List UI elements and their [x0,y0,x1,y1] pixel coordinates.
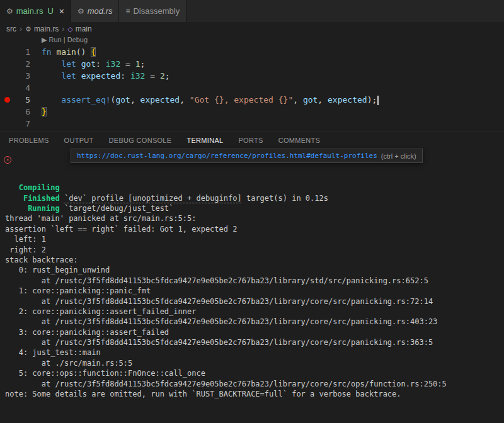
code-token: = [145,71,159,81]
code-line[interactable]: 1fn main() { [0,46,504,58]
code-token: let [61,71,81,81]
terminal-content[interactable]: ✕ Compiling Finished `dev` profile [unop… [0,149,504,409]
code-token: got [115,95,130,104]
terminal-text: Finished [23,194,60,203]
codelens-debug-link[interactable]: Debug [67,36,88,43]
code-token: = [120,59,135,69]
code-token: , [130,95,140,104]
code-lines: 1fn main() {2 let got: i32 = 1;3 let exp… [0,46,504,130]
tab-disassembly[interactable]: ≡Disassembly [119,0,186,22]
chevron-right-icon: › [62,25,64,33]
breakpoint-margin[interactable] [0,46,14,58]
code-token: assert_eq! [61,95,110,104]
code-token: got [81,59,96,69]
terminal-line: assertion `left == right` failed: Got 1,… [5,224,504,234]
bottom-panel: PROBLEMSOUTPUTDEBUG CONSOLETERMINALPORTS… [0,132,504,409]
terminal-line: 3: core::panicking::assert_failed [5,327,504,337]
git-status-badge: U [47,6,53,16]
terminal-line: at ./src/main.rs:5:5 [5,358,504,368]
code-token: let [61,59,81,69]
vscode-window: { "colors": { "untracked_green": "#73c99… [0,0,504,423]
panel-tab-debug-console[interactable]: DEBUG CONSOLE [109,132,172,149]
terminal-line: at /rustc/3f5fd8dd41153bc5fdca9427e9e05b… [5,276,504,286]
tab-main-rs[interactable]: ⚙main.rsU× [0,0,71,22]
panel-tab-terminal[interactable]: TERMINAL [186,132,223,149]
code-token: , [293,95,303,104]
code-token: : [120,71,130,81]
breakpoint-margin[interactable] [0,94,14,106]
code-token: expected [140,95,180,104]
code-token: i32 [130,71,145,81]
code-line[interactable]: 6} [0,106,504,118]
code-line[interactable]: 2 let got: i32 = 1; [0,58,504,70]
close-icon[interactable]: × [59,7,64,16]
terminal-line: at /rustc/3f5fd8dd41153bc5fdca9427e9e05b… [5,296,504,307]
terminal-text: 4: just_test::main [5,348,101,357]
panel-tab-problems[interactable]: PROBLEMS [9,132,49,149]
code-editor[interactable]: ▶ Run | Debug 1fn main() {2 let got: i32… [0,36,504,130]
terminal-text: 5: core::ops::function::FnOnce::call_onc… [5,369,205,378]
code-token [42,95,61,104]
tab-mod-rs[interactable]: ⚙mod.rs [71,0,120,22]
code-line[interactable]: 7 [0,118,504,130]
terminal-text: at ./src/main.rs:5:5 [5,359,132,368]
code-line[interactable]: 4 [0,82,504,94]
panel-tab-comments[interactable]: COMMENTS [278,132,321,149]
code-text: let got: i32 = 1; [30,58,145,70]
terminal-text [5,194,23,203]
terminal-text: at /rustc/3f5fd8dd41153bc5fdca9427e9e05b… [5,276,428,285]
code-token [42,59,61,69]
code-text: let expected: i32 = 2; [30,70,170,82]
terminal-text: at /rustc/3f5fd8dd41153bc5fdca9427e9e05b… [5,380,447,388]
symbol-icon: ◇ [67,25,72,33]
terminal-text: at /rustc/3f5fd8dd41153bc5fdca9427e9e05b… [5,317,437,326]
line-number: 3 [14,70,30,82]
code-token: ); [367,95,377,104]
breadcrumb-item-main-rs[interactable]: ⚙main.rs [25,25,59,33]
breakpoint-margin[interactable] [0,58,14,70]
tab-label: mod.rs [88,6,113,16]
code-token: : [96,59,106,69]
breadcrumb-item-src[interactable]: src [6,25,16,33]
breakpoint-margin[interactable] [0,70,14,82]
line-number: 1 [14,46,30,58]
line-number: 5 [14,94,30,106]
panel-tab-output[interactable]: OUTPUT [64,132,94,149]
breakpoint-margin[interactable] [0,118,14,130]
breakpoint-margin[interactable] [0,106,14,118]
terminal-link[interactable]: `dev` profile [unoptimized + debuginfo] [64,194,242,203]
terminal-line: left: 1 [5,234,504,244]
tooltip-link[interactable]: https://doc.rust-lang.org/cargo/referenc… [77,152,377,160]
terminal-text: 2: core::panicking::assert_failed_inner [5,307,196,316]
terminal-line: stack backtrace: [5,255,504,265]
code-token: expected [81,71,121,81]
panel-tab-ports[interactable]: PORTS [238,132,263,149]
tab-label: Disassembly [133,6,180,16]
terminal-text: target(s) in 0.12s [242,194,328,203]
code-line[interactable]: 3 let expected: i32 = 2; [0,70,504,82]
terminal-line: 2: core::panicking::assert_failed_inner [5,307,504,317]
terminal-text: note: Some details are omitted, run with… [5,390,401,398]
breakpoint-icon[interactable] [4,97,10,103]
terminal-text [60,194,64,203]
breadcrumb-item-main[interactable]: ◇main [67,25,91,33]
line-number: 2 [14,58,30,70]
line-number: 4 [14,82,30,94]
terminal-line: 5: core::ops::function::FnOnce::call_onc… [5,368,504,378]
terminal-text [5,183,19,192]
breakpoint-margin[interactable] [0,82,14,94]
codelens-run-link[interactable]: ▶ Run [42,36,62,43]
code-token: } [42,107,47,116]
main-rs-file-icon: ⚙ [6,7,13,16]
terminal-line: 4: just_test::main [5,347,504,358]
code-line[interactable]: 5 assert_eq!(got, expected, "Got {}, exp… [0,94,504,106]
code-token: 2 [160,71,165,81]
tooltip-hint: (ctrl + click) [381,152,416,160]
code-token: , [318,95,328,104]
terminal-text: left: 1 [5,235,46,244]
mod-rs-file-icon: ⚙ [77,7,84,16]
line-number: 6 [14,106,30,118]
breadcrumb: src›⚙main.rs›◇main [0,22,504,36]
terminal-line: at /rustc/3f5fd8dd41153bc5fdca9427e9e05b… [5,379,504,389]
codelens-separator: | [62,36,67,43]
